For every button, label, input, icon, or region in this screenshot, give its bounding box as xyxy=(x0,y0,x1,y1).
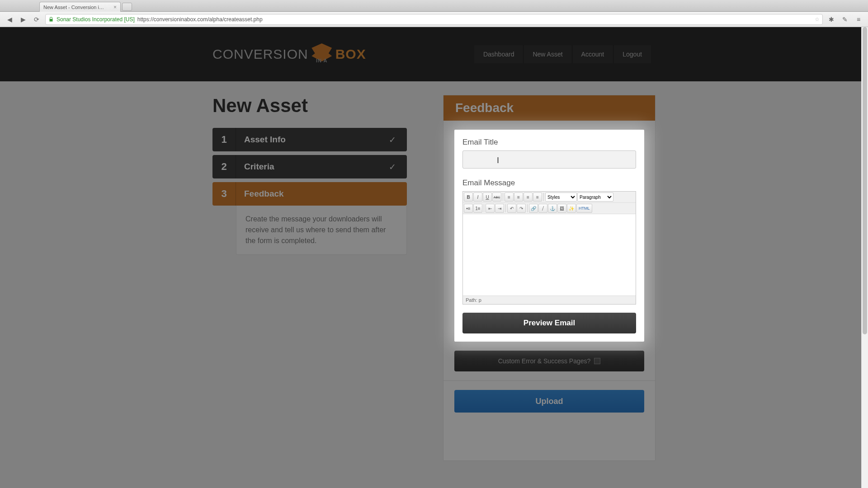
align-right-button[interactable]: ≡ xyxy=(524,192,533,202)
toolbar-separator xyxy=(503,193,503,201)
rich-text-editor: B I U ABC ≡ ≡ ≡ ≡ Styles xyxy=(462,191,636,305)
lock-icon xyxy=(48,17,54,22)
indent-button[interactable]: ⇥ xyxy=(495,204,504,213)
new-tab-button[interactable] xyxy=(122,3,132,11)
bold-button[interactable]: B xyxy=(464,192,473,202)
underline-button[interactable]: U xyxy=(483,192,492,202)
forward-button[interactable]: ▶ xyxy=(18,14,28,24)
image-button[interactable]: 🖼 xyxy=(557,204,566,213)
unlink-button[interactable]: ⧸ xyxy=(538,204,547,213)
page-viewport: CONVERSION IN A BOX Dashboard New Asset … xyxy=(0,27,868,488)
nav-new-asset[interactable]: New Asset xyxy=(523,45,571,63)
browser-tab[interactable]: New Asset - Conversion i… × xyxy=(39,2,121,12)
step-number: 2 xyxy=(212,155,236,178)
eyedropper-icon[interactable]: ✎ xyxy=(840,14,850,24)
email-form-spotlight: Email Title I Email Message B I U ABC ≡ … xyxy=(454,130,644,342)
toolbar-separator xyxy=(543,193,544,201)
logo-word-1: CONVERSION xyxy=(212,47,308,62)
scrollbar[interactable] xyxy=(861,27,868,488)
nav-account[interactable]: Account xyxy=(572,45,613,63)
ssl-org-label: Sonar Studios Incorporated [US] xyxy=(57,16,135,23)
email-title-input[interactable] xyxy=(462,150,636,169)
nav-logout[interactable]: Logout xyxy=(613,45,651,63)
upload-button[interactable]: Upload xyxy=(454,390,644,413)
step-description: Create the message your downloaders will… xyxy=(236,206,407,255)
checkbox-icon[interactable] xyxy=(594,358,600,364)
wizard-column: New Asset 1 Asset Info ✓ 2 Criteria ✓ 3 … xyxy=(212,95,407,461)
redo-button[interactable]: ↷ xyxy=(517,204,526,213)
back-button[interactable]: ◀ xyxy=(5,14,14,24)
align-center-button[interactable]: ≡ xyxy=(514,192,523,202)
outdent-button[interactable]: ⇤ xyxy=(486,204,495,213)
italic-button[interactable]: I xyxy=(473,192,482,202)
step-label: Feedback xyxy=(236,189,407,199)
nav-dashboard[interactable]: Dashboard xyxy=(474,45,524,63)
strike-button[interactable]: ABC xyxy=(492,192,501,202)
align-justify-button[interactable]: ≡ xyxy=(533,192,542,202)
main-nav: Dashboard New Asset Account Logout xyxy=(474,45,651,63)
menu-icon[interactable]: ≡ xyxy=(854,14,863,24)
scrollbar-thumb[interactable] xyxy=(863,27,867,334)
brand-logo[interactable]: CONVERSION IN A BOX xyxy=(212,43,366,65)
checkmark-icon: ✓ xyxy=(389,162,407,172)
link-button[interactable]: 🔗 xyxy=(529,204,538,213)
toolbar-separator xyxy=(505,204,506,212)
preview-email-button[interactable]: Preview Email xyxy=(462,313,636,333)
editor-path-status: Path: p xyxy=(463,296,636,304)
site-header: CONVERSION IN A BOX Dashboard New Asset … xyxy=(0,27,868,81)
page-title: New Asset xyxy=(212,95,407,117)
format-select[interactable]: Paragraph xyxy=(577,192,613,202)
undo-button[interactable]: ↶ xyxy=(507,204,516,213)
wizard-step-feedback[interactable]: 3 Feedback xyxy=(212,182,407,206)
step-number: 1 xyxy=(212,128,236,151)
tab-close-icon[interactable]: × xyxy=(113,4,117,10)
panel-title: Feedback xyxy=(443,95,655,121)
toolbar-separator xyxy=(527,204,528,212)
align-left-button[interactable]: ≡ xyxy=(505,192,514,202)
cleanup-button[interactable]: ✨ xyxy=(567,204,576,213)
editor-toolbar-row-2: •≡ 1≡ ⇤ ⇥ ↶ ↷ 🔗 ⧸ ⚓ 🖼 ✨ HTM xyxy=(463,203,636,214)
toolbar-separator xyxy=(484,204,484,212)
editor-content-area[interactable] xyxy=(463,214,636,296)
logo-word-2: IN A xyxy=(316,58,328,63)
styles-select[interactable]: Styles xyxy=(545,192,577,202)
email-message-label: Email Message xyxy=(462,178,636,188)
divider xyxy=(443,380,655,381)
custom-pages-toggle[interactable]: Custom Error & Success Pages? xyxy=(454,351,644,371)
upload-button-label: Upload xyxy=(536,397,563,406)
tab-title: New Asset - Conversion i… xyxy=(43,5,104,10)
custom-pages-label: Custom Error & Success Pages? xyxy=(498,357,591,365)
browser-tabbar: New Asset - Conversion i… × xyxy=(0,0,868,12)
wizard-step-asset-info[interactable]: 1 Asset Info ✓ xyxy=(212,128,407,151)
logo-word-3: BOX xyxy=(335,47,366,62)
step-label: Asset Info xyxy=(236,135,389,145)
wizard-step-criteria[interactable]: 2 Criteria ✓ xyxy=(212,155,407,178)
editor-toolbar-row-1: B I U ABC ≡ ≡ ≡ ≡ Styles xyxy=(463,192,636,203)
ul-button[interactable]: •≡ xyxy=(464,204,473,213)
step-label: Criteria xyxy=(236,162,389,172)
html-source-button[interactable]: HTML xyxy=(576,204,592,213)
email-title-label: Email Title xyxy=(462,138,636,147)
step-number: 3 xyxy=(212,182,236,206)
browser-toolbar: ◀ ▶ ⟳ Sonar Studios Incorporated [US] ht… xyxy=(0,12,868,27)
ol-button[interactable]: 1≡ xyxy=(473,204,482,213)
reload-button[interactable]: ⟳ xyxy=(32,14,42,24)
extension-puzzle-icon[interactable]: ✱ xyxy=(826,14,836,24)
feedback-panel: Feedback Email Title I Email Message B I… xyxy=(443,95,656,461)
address-bar[interactable]: Sonar Studios Incorporated [US] https://… xyxy=(45,14,823,25)
checkmark-icon: ✓ xyxy=(389,135,407,145)
page-body: New Asset 1 Asset Info ✓ 2 Criteria ✓ 3 … xyxy=(0,81,868,488)
anchor-button[interactable]: ⚓ xyxy=(548,204,557,213)
bookmark-star-icon[interactable]: ☆ xyxy=(815,16,820,23)
url-text: https://conversioninabox.com/alpha/creat… xyxy=(137,16,263,23)
